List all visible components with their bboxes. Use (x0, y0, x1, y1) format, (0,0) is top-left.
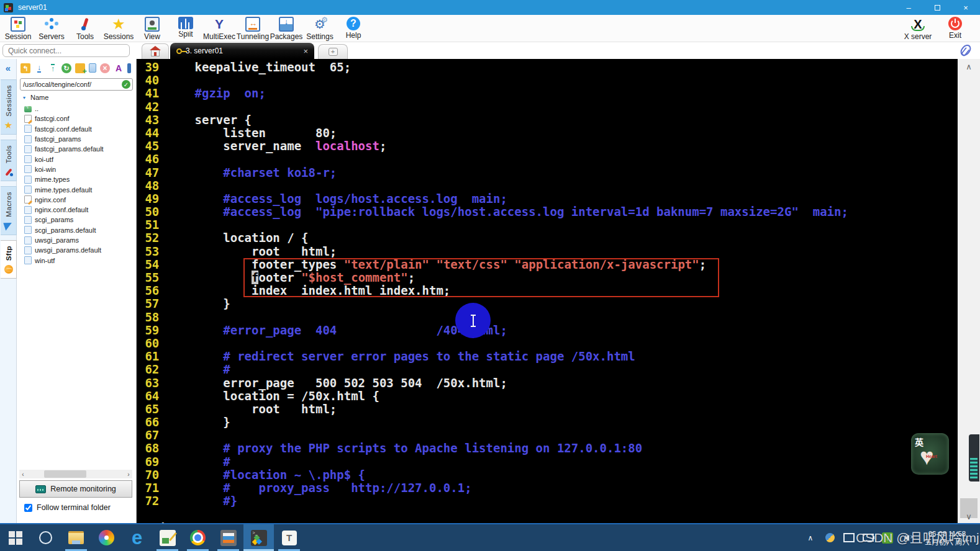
code-line: 71 # proxy_pass http://127.0.0.1; (138, 482, 848, 495)
tab-new[interactable]: + (318, 44, 348, 59)
file-row[interactable]: koi-utf (20, 154, 132, 164)
typora-taskbar-button[interactable] (274, 524, 304, 551)
toolbar-split-button[interactable]: Split (169, 15, 202, 42)
tray-cloud-icon[interactable] (824, 532, 835, 544)
toolbar-view-button[interactable]: View (135, 15, 169, 42)
new-file-icon[interactable] (89, 63, 96, 73)
windows-start-taskbar-button[interactable] (0, 524, 30, 551)
help-icon (347, 17, 360, 30)
code-line: 43 server { (138, 114, 848, 127)
cortana-taskbar-button[interactable] (30, 524, 61, 551)
hscroll-thumb[interactable] (44, 470, 86, 478)
tab-label: 3. server01 (186, 47, 223, 55)
tab-close-icon[interactable]: × (303, 47, 308, 56)
minimize-icon[interactable]: – (894, 0, 923, 15)
file-row[interactable]: nginx.conf.default (20, 205, 132, 215)
toolbar-multiexec-button[interactable]: MultiExec (202, 15, 236, 42)
rename-icon[interactable] (114, 63, 124, 73)
file-row[interactable]: fastcgi.conf (20, 114, 132, 123)
file-icon (24, 125, 32, 133)
toolbar-servers-button[interactable]: Servers (35, 15, 68, 42)
toolbar-settings-button[interactable]: Settings (303, 15, 337, 42)
code-line: 42 (138, 101, 848, 114)
toolbar-exit-button[interactable]: Exit (937, 15, 974, 42)
file-panel-hscrollbar[interactable]: ‹ › (19, 470, 132, 478)
file-icon (24, 226, 32, 234)
file-row[interactable]: scgi_params (20, 215, 132, 225)
toolbar-tools-button[interactable]: Tools (68, 15, 102, 42)
file-row[interactable]: mime.types.default (20, 184, 132, 194)
tray-chevron-up-icon[interactable] (805, 532, 816, 544)
remote-monitoring-label: Remote monitoring (50, 485, 116, 493)
file-explorer-taskbar-button[interactable] (61, 524, 91, 551)
multiexec-icon (212, 17, 227, 32)
tools-icon (78, 17, 93, 32)
line-number: 46 (138, 153, 159, 166)
delete-icon[interactable] (100, 63, 110, 73)
code-line: 67 (138, 429, 848, 442)
sidebar-tabs: SessionsToolsMacrosSftp (0, 79, 16, 279)
scroll-up-icon[interactable]: ∧ (958, 62, 980, 71)
sidebar-tab-sftp[interactable]: Sftp (1, 240, 17, 279)
line-number: 60 (138, 337, 159, 350)
file-row[interactable]: fastcgi.conf.default (20, 124, 132, 134)
scroll-right-icon[interactable]: › (125, 471, 132, 478)
file-row[interactable]: fastcgi_params.default (20, 144, 132, 154)
code-line: 50 #access_log "pipe:rollback logs/host.… (138, 205, 848, 218)
path-input[interactable] (20, 81, 122, 88)
tray-monitor-icon[interactable] (843, 532, 855, 544)
follow-terminal-folder-checkbox[interactable] (24, 504, 32, 512)
heart-label: Heart (926, 454, 937, 459)
folder-up-icon[interactable] (20, 63, 30, 73)
close-icon[interactable]: × (951, 0, 980, 15)
scroll-down-icon[interactable]: ∨ (958, 512, 980, 521)
tab-server01[interactable]: 3. server01 × (170, 43, 314, 59)
pinwheel-browser-taskbar-button[interactable] (91, 524, 122, 551)
toolbar-label: MultiExec (203, 32, 235, 41)
chrome-taskbar-button[interactable] (183, 524, 213, 551)
info-icon[interactable] (127, 63, 131, 73)
toolbar-help-button[interactable]: Help (337, 15, 370, 42)
toolbar-packages-button[interactable]: Packages (270, 15, 303, 42)
image-editor-taskbar-button[interactable] (152, 524, 183, 551)
quick-connect-input[interactable] (2, 44, 130, 57)
upload-icon[interactable] (48, 63, 58, 73)
xserver-icon (910, 17, 925, 32)
globe-icon (4, 264, 14, 274)
file-row[interactable]: nginx.conf (20, 195, 132, 205)
toolbar-label: Tools (76, 32, 94, 41)
file-row[interactable]: scgi_params.default (20, 225, 132, 235)
new-folder-icon[interactable] (75, 63, 85, 73)
mobaxterm-taskbar-button[interactable] (243, 524, 274, 551)
file-row[interactable]: uwsgi_params (20, 235, 132, 245)
sidebar-tab-macros[interactable]: Macros (1, 186, 17, 235)
file-row[interactable]: koi-win (20, 164, 132, 174)
toolbar-sessions-button[interactable]: Sessions (102, 15, 135, 42)
tab-home[interactable] (142, 43, 169, 59)
file-row[interactable]: mime.types (20, 174, 132, 184)
sidebar-tab-tools[interactable]: Tools (1, 140, 17, 181)
download-icon[interactable] (34, 63, 44, 73)
file-list-header[interactable]: ▾ Name (23, 94, 48, 101)
toolbar-x-server-button[interactable]: X server (899, 15, 937, 42)
refresh-icon[interactable] (61, 63, 71, 73)
image-editor-icon (160, 530, 176, 546)
file-row[interactable]: win-utf (20, 255, 132, 265)
sidebar-tab-label: Sessions (5, 85, 12, 117)
code-line: 70 #location ~ \.php$ { (138, 468, 848, 482)
file-row[interactable]: uwsgi_params.default (20, 245, 132, 255)
remote-monitoring-button[interactable]: Remote monitoring (19, 480, 132, 498)
toolbar-tunneling-button[interactable]: Tunneling (236, 15, 270, 42)
scroll-left-icon[interactable]: ‹ (19, 471, 27, 478)
edge-taskbar-button[interactable] (122, 524, 152, 551)
left-tab-strip: « SessionsToolsMacrosSftp (0, 59, 17, 524)
toolbar-label: Session (5, 32, 32, 41)
toolbar-session-button[interactable]: Session (1, 15, 35, 42)
vmware-taskbar-button[interactable] (213, 524, 243, 551)
maximize-icon[interactable] (923, 0, 951, 15)
collapse-sidebar-button[interactable]: « (0, 59, 16, 79)
sidebar-tab-sessions[interactable]: Sessions (1, 79, 17, 135)
exit-icon (948, 17, 962, 30)
file-row[interactable]: fastcgi_params (20, 134, 132, 144)
file-row[interactable]: .. (20, 104, 132, 114)
